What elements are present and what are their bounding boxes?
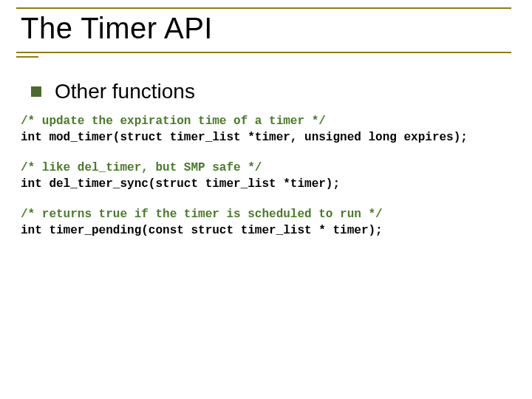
code-comment: /* returns true if the timer is schedule… [21, 208, 383, 221]
code-decl: int del_timer_sync(struct timer_list *ti… [21, 177, 340, 191]
divider-top [16, 7, 511, 9]
bullet-row: Other functions [21, 80, 517, 103]
page-title: The Timer API [21, 12, 213, 45]
bullet-text: Other functions [55, 80, 195, 103]
divider-under-title [16, 52, 511, 53]
code-comment: /* update the expiration time of a timer… [21, 115, 326, 128]
code-decl: int mod_timer(struct timer_list *timer, … [21, 131, 468, 144]
slide: The Timer API Other functions /* update … [0, 0, 532, 399]
content-area: Other functions /* update the expiration… [21, 80, 517, 254]
bullet-icon [31, 86, 41, 97]
divider-stub [16, 56, 38, 58]
code-block-1: /* update the expiration time of a timer… [21, 114, 517, 146]
code-block-3: /* returns true if the timer is schedule… [21, 207, 517, 239]
code-block-2: /* like del_timer, but SMP safe */ int d… [21, 160, 517, 192]
code-comment: /* like del_timer, but SMP safe */ [21, 161, 262, 174]
code-decl: int timer_pending(const struct timer_lis… [21, 224, 383, 237]
